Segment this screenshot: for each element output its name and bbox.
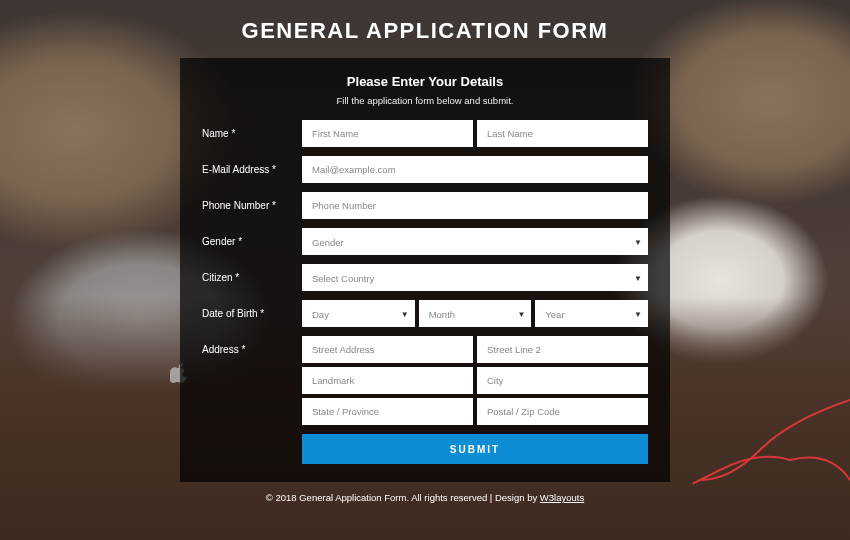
phone-label: Phone Number * bbox=[202, 200, 302, 211]
country-select[interactable]: Select Country ▼ bbox=[302, 264, 648, 291]
month-select-value: Month bbox=[429, 308, 455, 319]
state-input[interactable] bbox=[302, 398, 473, 425]
chevron-down-icon: ▼ bbox=[517, 309, 525, 318]
chevron-down-icon: ▼ bbox=[401, 309, 409, 318]
year-select[interactable]: Year ▼ bbox=[535, 300, 648, 327]
day-select[interactable]: Day ▼ bbox=[302, 300, 415, 327]
form-card: Please Enter Your Details Fill the appli… bbox=[180, 58, 670, 482]
gender-label: Gender * bbox=[202, 236, 302, 247]
country-select-value: Select Country bbox=[312, 272, 374, 283]
city-input[interactable] bbox=[477, 367, 648, 394]
footer-link[interactable]: W3layouts bbox=[540, 492, 584, 503]
dob-label: Date of Birth * bbox=[202, 308, 302, 319]
last-name-input[interactable] bbox=[477, 120, 648, 147]
submit-button[interactable]: SUBMIT bbox=[302, 434, 648, 464]
street-input[interactable] bbox=[302, 336, 473, 363]
address-label: Address * bbox=[202, 336, 302, 355]
name-label: Name * bbox=[202, 128, 302, 139]
year-select-value: Year bbox=[545, 308, 564, 319]
footer: © 2018 General Application Form. All rig… bbox=[266, 492, 584, 503]
footer-text: © 2018 General Application Form. All rig… bbox=[266, 492, 540, 503]
email-input[interactable] bbox=[302, 156, 648, 183]
chevron-down-icon: ▼ bbox=[634, 309, 642, 318]
citizen-label: Citizen * bbox=[202, 272, 302, 283]
first-name-input[interactable] bbox=[302, 120, 473, 147]
page-title: GENERAL APPLICATION FORM bbox=[242, 18, 609, 44]
gender-select[interactable]: Gender ▼ bbox=[302, 228, 648, 255]
day-select-value: Day bbox=[312, 308, 329, 319]
phone-input[interactable] bbox=[302, 192, 648, 219]
chevron-down-icon: ▼ bbox=[634, 273, 642, 282]
month-select[interactable]: Month ▼ bbox=[419, 300, 532, 327]
email-label: E-Mail Address * bbox=[202, 164, 302, 175]
street2-input[interactable] bbox=[477, 336, 648, 363]
form-instruction: Fill the application form below and subm… bbox=[202, 95, 648, 106]
postal-input[interactable] bbox=[477, 398, 648, 425]
form-subtitle: Please Enter Your Details bbox=[202, 74, 648, 89]
chevron-down-icon: ▼ bbox=[634, 237, 642, 246]
gender-select-value: Gender bbox=[312, 236, 344, 247]
landmark-input[interactable] bbox=[302, 367, 473, 394]
